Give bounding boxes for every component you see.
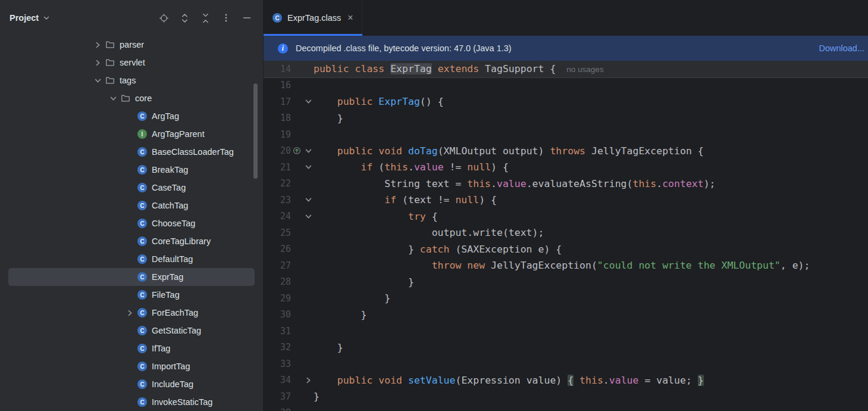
tree-item-parser[interactable]: parser	[0, 36, 263, 54]
tree-item-defaulttag[interactable]: CDefaultTag	[0, 250, 263, 268]
tree-item-label: parser	[120, 40, 144, 49]
code-text[interactable]: }	[314, 309, 366, 320]
fold-toggle-icon[interactable]	[303, 164, 314, 170]
line-number: 21	[264, 162, 291, 173]
tree-item-coretaglibrary[interactable]: CCoreTagLibrary	[0, 232, 263, 250]
code-text[interactable]: String text = this.value.evaluateAsStrin…	[314, 178, 716, 189]
code-text[interactable]: try {	[314, 211, 438, 222]
class-icon: C	[137, 147, 148, 157]
tree-scrollbar[interactable]	[253, 83, 258, 179]
code-text[interactable]: output.write(text);	[314, 227, 544, 238]
tree-item-breaktag[interactable]: CBreakTag	[0, 161, 263, 179]
tree-item-includetag[interactable]: CIncludeTag	[0, 375, 263, 393]
download-link[interactable]: Download...	[819, 43, 864, 53]
class-icon: C	[137, 200, 148, 211]
class-icon: C	[137, 343, 148, 354]
override-method-gutter-icon[interactable]	[291, 147, 303, 155]
class-icon: C	[137, 379, 148, 390]
code-text[interactable]: }	[314, 113, 343, 124]
tree-item-choosetag[interactable]: CChooseTag	[0, 214, 263, 232]
tree-item-label: BaseClassLoaderTag	[152, 147, 234, 157]
code-line-33: 33	[264, 356, 868, 372]
locate-icon[interactable]	[158, 13, 169, 23]
collapse-all-icon[interactable]	[200, 13, 211, 23]
folder-icon	[105, 39, 115, 50]
code-line-32: 32 }	[264, 340, 868, 356]
fold-toggle-icon[interactable]	[303, 377, 314, 384]
tree-item-core[interactable]: core	[0, 89, 263, 107]
tree-item-label: ArgTag	[152, 111, 179, 121]
tree-item-importtag[interactable]: CImportTag	[0, 357, 263, 375]
class-icon: C	[137, 397, 148, 407]
tree-item-invokestatictag[interactable]: CInvokeStaticTag	[0, 393, 263, 411]
more-options-icon[interactable]	[221, 13, 231, 23]
code-text[interactable]: throw new JellyTagException("could not w…	[314, 260, 810, 271]
tree-item-exprtag[interactable]: CExprTag	[8, 268, 255, 286]
code-line-30: 30 }	[264, 307, 868, 323]
class-icon: C	[137, 254, 148, 264]
code-line-27: 27 throw new JellyTagException("could no…	[264, 257, 868, 274]
tree-item-label: IncludeTag	[152, 379, 193, 389]
code-line-23: 23 if (text != null) {	[264, 192, 868, 208]
project-panel-header: Project	[0, 0, 263, 36]
code-text[interactable]: public void doTag(XMLOutput output) thro…	[314, 145, 704, 157]
tree-item-iftag[interactable]: CIfTag	[0, 340, 263, 357]
code-text[interactable]: if (this.value != null) {	[314, 161, 509, 173]
tree-item-label: ExprTag	[152, 272, 183, 282]
fold-toggle-icon[interactable]	[303, 148, 314, 154]
code-line-25: 25 output.write(text);	[264, 225, 868, 241]
project-panel-title[interactable]: Project	[10, 13, 39, 23]
code-line-18: 18 }	[264, 110, 868, 127]
code-line-38: 38	[264, 405, 868, 411]
tree-chevron-icon[interactable]	[90, 42, 105, 48]
folder-icon	[120, 93, 131, 104]
tree-item-foreachtag[interactable]: CForEachTag	[0, 304, 263, 322]
tree-item-label: core	[135, 94, 152, 103]
line-number: 26	[264, 244, 291, 254]
fold-toggle-icon[interactable]	[303, 197, 314, 203]
code-editor[interactable]: 14public class ExprTag extends TagSuppor…	[264, 61, 868, 411]
fold-toggle-icon[interactable]	[303, 213, 314, 220]
editor-tab-bar: C ExprTag.class ×	[264, 0, 868, 36]
line-number: 34	[264, 375, 291, 385]
code-text[interactable]: public class ExprTag extends TagSupport …	[314, 63, 604, 74]
hide-panel-icon[interactable]	[242, 13, 252, 23]
tree-item-casetag[interactable]: CCaseTag	[0, 179, 263, 197]
tree-chevron-icon[interactable]	[123, 310, 137, 316]
code-text[interactable]: public void setValue(Expression value) {…	[314, 375, 704, 386]
tree-item-argtag[interactable]: CArgTag	[0, 107, 263, 125]
project-selector-chevron-icon[interactable]	[43, 14, 50, 21]
tree-item-baseclassloadertag[interactable]: CBaseClassLoaderTag	[0, 143, 263, 161]
class-icon: C	[137, 325, 148, 336]
code-line-29: 29 }	[264, 290, 868, 307]
tab-exprtag-class[interactable]: C ExprTag.class ×	[264, 0, 362, 36]
code-text[interactable]: }	[314, 391, 319, 402]
project-tree: parserservlettagscoreCArgTagIArgTagParen…	[0, 36, 263, 411]
tree-chevron-icon[interactable]	[90, 60, 105, 66]
tree-chevron-icon[interactable]	[90, 77, 105, 84]
tree-item-label: BreakTag	[152, 165, 188, 175]
code-text[interactable]: public ExprTag() {	[314, 96, 444, 107]
tree-item-servlet[interactable]: servlet	[0, 54, 263, 71]
tree-chevron-icon[interactable]	[106, 95, 120, 102]
line-number: 38	[264, 407, 291, 411]
expand-selection-icon[interactable]	[179, 13, 190, 23]
code-line-20: 20 public void doTag(XMLOutput output) t…	[264, 143, 868, 160]
code-text[interactable]: if (text != null) {	[314, 194, 497, 206]
close-tab-icon[interactable]: ×	[347, 13, 353, 23]
code-text[interactable]: } catch (SAXException e) {	[314, 244, 562, 255]
code-text[interactable]: }	[314, 342, 343, 353]
tree-item-filetag[interactable]: CFileTag	[0, 286, 263, 304]
code-text[interactable]: }	[314, 292, 390, 304]
line-number: 20	[264, 145, 291, 156]
code-line-19: 19	[264, 126, 868, 143]
tree-item-getstatictag[interactable]: CGetStaticTag	[0, 322, 263, 340]
tree-item-catchtag[interactable]: CCatchTag	[0, 197, 263, 214]
tree-item-label: DefaultTag	[152, 254, 193, 264]
info-icon: i	[278, 43, 288, 54]
tree-item-argtagparent[interactable]: IArgTagParent	[0, 125, 263, 143]
code-text[interactable]: }	[314, 276, 414, 288]
fold-toggle-icon[interactable]	[303, 98, 314, 105]
tree-item-tags[interactable]: tags	[0, 71, 263, 89]
line-number: 37	[264, 391, 291, 402]
